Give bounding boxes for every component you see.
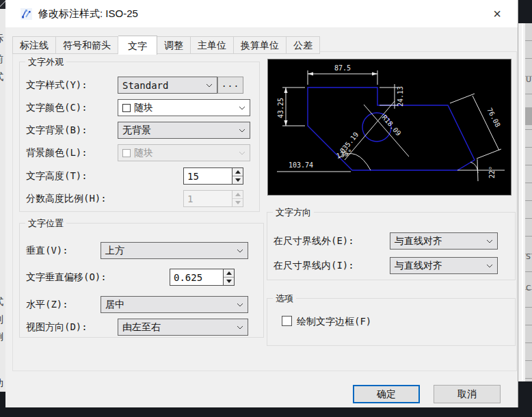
byblock-color-swatch: [122, 149, 131, 157]
chevron-down-icon: [206, 83, 213, 88]
background-corner-decoration: [0, 0, 5, 9]
preview-drawing: 87.5 43.25 24.13 76.08 103.74: [268, 59, 511, 195]
clipped-text-fragment: 标: [0, 33, 3, 45]
outside-extlines-label: 在尺寸界线外(E):: [274, 235, 354, 247]
background-color-label: 背景颜色(L):: [26, 147, 88, 159]
close-button[interactable]: ×: [486, 3, 508, 24]
dim-angle2: [457, 159, 505, 181]
dim-radius-line: [364, 105, 409, 157]
inside-extlines-label: 在尺寸界线内(I):: [274, 260, 354, 272]
text-style-combobox[interactable]: Standard: [118, 77, 217, 94]
dim-top-text: 87.5: [334, 64, 351, 72]
tab-text[interactable]: 文字: [118, 36, 157, 55]
dim-leader-text: 103.74: [289, 161, 313, 169]
arrow-up-icon: [235, 193, 241, 196]
arrow-down-icon: [235, 178, 241, 182]
clipped-text-fragment: U: [526, 75, 531, 84]
dim-radius-text: R18.09: [380, 113, 402, 137]
dim-step: [380, 84, 398, 109]
modify-dimension-style-dialog: 修改标注样式: ISO-25 × 标注线 符号和箭头 文字 调整 主单位 换算单…: [5, 0, 518, 407]
tab-primary-units[interactable]: 主单位: [191, 36, 234, 54]
dim-step-text: 24.13: [397, 86, 404, 107]
tab-tolerances[interactable]: 公差: [287, 36, 320, 54]
spin-down-button[interactable]: [224, 277, 234, 285]
chevron-down-icon: [239, 106, 245, 110]
group-title: 选项: [273, 293, 296, 305]
tab-fit[interactable]: 调整: [157, 36, 191, 54]
chevron-down-icon: [239, 129, 245, 133]
vertical-offset-label: 文字垂直偏移(O):: [26, 271, 107, 284]
dimension-preview-panel: 87.5 43.25 24.13 76.08 103.74: [267, 59, 511, 196]
clipped-text-fragment: C: [526, 284, 531, 293]
text-style-more-button[interactable]: ...: [217, 77, 243, 94]
combobox-value: 与直线对齐: [395, 235, 442, 247]
combobox-value: 上方: [105, 245, 124, 257]
dim-diameter-line: [345, 101, 395, 160]
dim-left-text: 43.25: [277, 98, 284, 118]
fraction-scale-label: 分数高度比例(H):: [26, 193, 107, 205]
fill-color-combobox[interactable]: 无背景: [118, 122, 250, 139]
input-value: 0.625: [174, 272, 202, 283]
clipped-text-fragment: 例: [0, 331, 3, 343]
chevron-down-icon: [486, 239, 493, 243]
spin-down-button: [232, 198, 243, 206]
chevron-down-icon: [237, 325, 243, 329]
tab-symbols-arrows[interactable]: 符号和箭头: [56, 36, 118, 54]
spin-up-button[interactable]: [232, 168, 243, 176]
text-height-stepper[interactable]: [232, 167, 243, 185]
clipped-text-fragment: 前: [0, 53, 3, 66]
close-icon: ×: [493, 6, 501, 22]
background-window-gap: [518, 23, 525, 381]
text-color-combobox[interactable]: 随块: [118, 99, 250, 116]
clipped-text-fragment: 列: [0, 314, 3, 326]
vertical-combobox[interactable]: 上方: [101, 242, 248, 259]
spin-up-button: [232, 191, 243, 198]
view-direction-combobox[interactable]: 由左至右: [118, 319, 248, 336]
background-toolbar-sliver: U S C: [525, 23, 532, 381]
chevron-down-icon: [237, 303, 243, 307]
ok-button[interactable]: 确定: [353, 385, 420, 403]
cancel-button[interactable]: 取消: [434, 385, 501, 403]
arrow-up-icon: [235, 170, 241, 174]
ellipsis-icon: ...: [222, 79, 239, 89]
fill-color-label: 文字背景(B):: [26, 124, 88, 137]
text-style-label: 文字样式(Y):: [26, 79, 88, 92]
arrow-down-icon: [226, 280, 232, 283]
byblock-color-swatch: [122, 104, 131, 112]
tab-lines[interactable]: 标注线: [12, 36, 56, 54]
outside-extlines-combobox[interactable]: 与直线对齐: [390, 232, 498, 250]
vertical-offset-input[interactable]: 0.625: [170, 269, 224, 286]
combobox-value: 无背景: [122, 124, 151, 137]
background-color-combobox: 随块: [118, 144, 250, 161]
combobox-value: 由左至右: [122, 321, 161, 334]
combobox-value: 与直线对齐: [395, 260, 442, 272]
chevron-down-icon: [239, 151, 245, 155]
fraction-scale-input: 1: [183, 190, 232, 207]
toolbar-cell-pressed: [525, 107, 532, 125]
group-title: 文字位置: [25, 217, 66, 230]
tab-alternate-units[interactable]: 换算单位: [234, 36, 287, 54]
clipped-text-fragment: 式: [0, 71, 3, 83]
clipped-text-fragment: 式: [0, 296, 3, 308]
combobox-value: 居中: [105, 299, 124, 311]
chevron-down-icon: [237, 249, 243, 253]
spin-down-button[interactable]: [232, 176, 243, 184]
text-color-label: 文字颜色(C):: [26, 102, 88, 114]
group-title: 文字外观: [25, 56, 66, 68]
dimension-style-icon: [21, 8, 32, 20]
tab-bar: 标注线 符号和箭头 文字 调整 主单位 换算单位 公差: [12, 35, 320, 54]
fraction-scale-stepper: [232, 190, 243, 207]
titlebar: 修改标注样式: ISO-25 ×: [5, 0, 518, 27]
text-height-input[interactable]: 15: [183, 167, 232, 185]
inside-extlines-combobox[interactable]: 与直线对齐: [390, 257, 498, 274]
input-value: 1: [187, 193, 193, 204]
horizontal-combobox[interactable]: 居中: [101, 296, 248, 313]
clipped-text-fragment: S: [526, 252, 531, 261]
dim-top: [308, 70, 377, 85]
text-height-label: 文字高度(T):: [26, 170, 88, 183]
draw-text-frame-checkbox[interactable]: [282, 316, 292, 326]
spin-up-button[interactable]: [224, 269, 234, 277]
arrow-up-icon: [226, 271, 232, 275]
chevron-down-icon: [486, 264, 493, 268]
vertical-offset-stepper[interactable]: [224, 269, 235, 286]
